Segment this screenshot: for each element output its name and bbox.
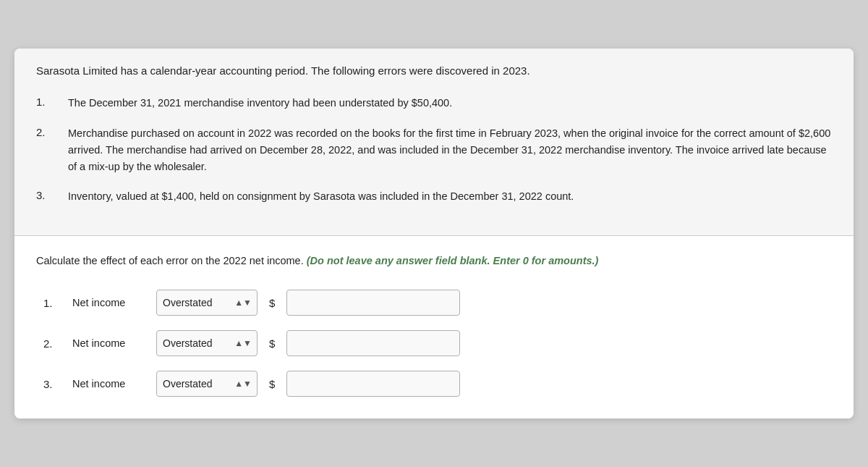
row-label-3: Net income (72, 378, 145, 390)
form-row-1: 1. Net income Overstated Understated No … (43, 290, 832, 316)
error-item-3: 3. Inventory, valued at $1,400, held on … (36, 188, 832, 205)
error-item-2: 2. Merchandise purchased on account in 2… (36, 125, 832, 176)
dollar-sign-1: $ (269, 297, 275, 309)
row-label-2: Net income (72, 337, 145, 349)
instruction-italic: (Do not leave any answer field blank. En… (307, 255, 599, 266)
error-number-2: 2. (36, 125, 54, 138)
instruction-static: Calculate the effect of each error on th… (36, 255, 304, 266)
effect-select-2[interactable]: Overstated Understated No effect (156, 330, 258, 356)
row-number-1: 1. (43, 297, 61, 309)
form-rows: 1. Net income Overstated Understated No … (36, 290, 832, 397)
amount-input-2[interactable] (286, 330, 460, 356)
error-text-3: Inventory, valued at $1,400, held on con… (68, 188, 574, 205)
error-text-2: Merchandise purchased on account in 2022… (68, 125, 832, 176)
error-number-3: 3. (36, 188, 54, 201)
effect-select-wrapper-3: Overstated Understated No effect ▲▼ (156, 371, 258, 397)
instruction-text: Calculate the effect of each error on th… (36, 253, 832, 269)
row-number-2: 2. (43, 337, 61, 350)
top-section: Sarasota Limited has a calendar-year acc… (14, 49, 854, 236)
dollar-sign-2: $ (269, 337, 275, 350)
error-text-1: The December 31, 2021 merchandise invent… (68, 95, 452, 112)
row-number-3: 3. (43, 378, 61, 390)
dollar-sign-3: $ (269, 378, 275, 390)
effect-select-wrapper-1: Overstated Understated No effect ▲▼ (156, 290, 258, 316)
error-number-1: 1. (36, 95, 54, 108)
errors-list: 1. The December 31, 2021 merchandise inv… (36, 95, 832, 205)
effect-select-wrapper-2: Overstated Understated No effect ▲▼ (156, 330, 258, 356)
bottom-section: Calculate the effect of each error on th… (14, 236, 854, 418)
effect-select-1[interactable]: Overstated Understated No effect (156, 290, 258, 316)
effect-select-3[interactable]: Overstated Understated No effect (156, 371, 258, 397)
amount-input-3[interactable] (286, 371, 460, 397)
row-label-1: Net income (72, 297, 145, 308)
form-row-3: 3. Net income Overstated Understated No … (43, 371, 832, 397)
form-row-2: 2. Net income Overstated Understated No … (43, 330, 832, 356)
intro-text: Sarasota Limited has a calendar-year acc… (36, 63, 832, 80)
page-container: Sarasota Limited has a calendar-year acc… (14, 49, 854, 418)
amount-input-1[interactable] (286, 290, 460, 316)
error-item-1: 1. The December 31, 2021 merchandise inv… (36, 95, 832, 112)
